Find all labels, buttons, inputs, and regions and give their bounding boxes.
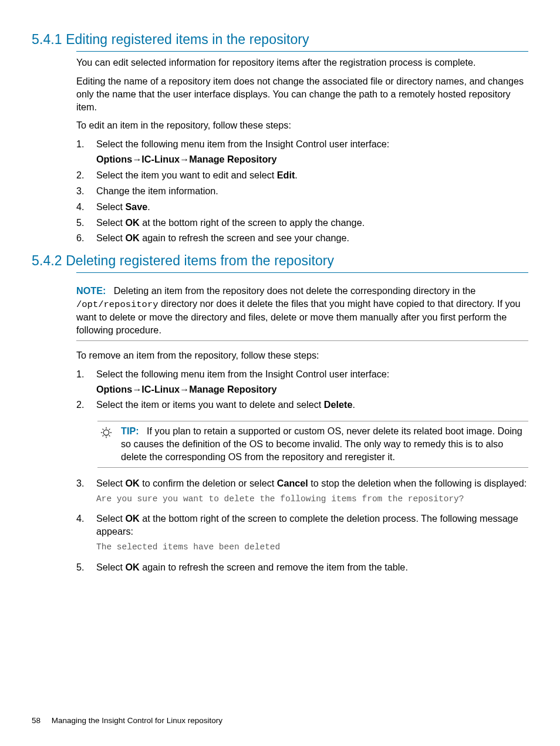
paragraph: Editing the name of a repository item do… [76, 75, 528, 114]
step-item: 2. Select the item you want to edit and … [76, 169, 528, 182]
menu-path: Options→IC-Linux→Manage Repository [96, 383, 528, 396]
ordered-steps: 3. Select OK to confirm the deletion or … [76, 477, 528, 574]
footer-title: Managing the Insight Control for Linux r… [52, 716, 222, 725]
svg-line-8 [109, 429, 110, 430]
page-number: 58 [32, 716, 49, 725]
menu-path: Options→IC-Linux→Manage Repository [96, 153, 528, 166]
note-label: NOTE: [76, 285, 106, 296]
step-text: Select Save. [96, 201, 528, 214]
step-text: Select OK again to refresh the screen an… [96, 561, 528, 574]
step-item: 5. Select OK again to refresh the screen… [76, 561, 528, 574]
note-callout: NOTE: Deleting an item from the reposito… [76, 278, 528, 345]
heading-rule [76, 272, 528, 273]
heading-rule [76, 51, 528, 52]
section-542-body: To remove an item from the repository, f… [76, 349, 528, 411]
step-text: Select OK at the bottom right of the scr… [96, 512, 528, 558]
step-number: 3. [76, 185, 96, 198]
tip-row: TIP: If you plan to retain a supported o… [100, 421, 528, 467]
arrow-icon: → [180, 154, 189, 164]
step-number: 1. [76, 138, 96, 166]
code-output: The selected items have been deleted [96, 542, 528, 553]
step-item: 1. Select the following menu item from t… [76, 138, 528, 166]
step-item: 6. Select OK again to refresh the screen… [76, 232, 528, 245]
step-item: 5. Select OK at the bottom right of the … [76, 217, 528, 229]
paragraph: To remove an item from the repository, f… [76, 349, 528, 362]
step-item: 2. Select the item or items you want to … [76, 399, 528, 411]
step-item: 4. Select OK at the bottom right of the … [76, 512, 528, 558]
tip-icon [100, 425, 121, 464]
svg-line-6 [109, 436, 110, 437]
step-item: 3. Change the item information. [76, 185, 528, 198]
step-number: 3. [76, 477, 96, 509]
code-output: Are you sure you want to delete the foll… [96, 494, 528, 505]
section-542-body-cont: 3. Select OK to confirm the deletion or … [76, 477, 528, 574]
document-page: 5.4.1 Editing registered items in the re… [0, 0, 560, 746]
step-text: Select the following menu item from the … [96, 138, 528, 166]
code-path: /opt/repository [76, 299, 158, 310]
callout-rule [76, 340, 528, 341]
step-number: 4. [76, 512, 96, 558]
tip-content: TIP: If you plan to retain a supported o… [121, 425, 528, 464]
tip-label: TIP: [121, 426, 139, 436]
callout-rule [97, 467, 528, 468]
step-text: Select the following menu item from the … [96, 368, 528, 396]
step-text: Select the item or items you want to del… [96, 399, 528, 411]
step-number: 5. [76, 217, 96, 229]
ordered-steps: 1. Select the following menu item from t… [76, 138, 528, 245]
step-number: 5. [76, 561, 96, 574]
tip-callout: TIP: If you plan to retain a supported o… [76, 417, 528, 471]
note-content: NOTE: Deleting an item from the reposito… [76, 281, 528, 340]
section-heading-541: 5.4.1 Editing registered items in the re… [32, 32, 528, 48]
paragraph: To edit an item in the repository, follo… [76, 119, 528, 132]
step-item: 3. Select OK to confirm the deletion or … [76, 477, 528, 509]
step-item: 1. Select the following menu item from t… [76, 368, 528, 396]
section-heading-542: 5.4.2 Deleting registered items from the… [32, 253, 528, 269]
step-text: Select OK again to refresh the screen an… [96, 232, 528, 245]
step-text: Select the item you want to edit and sel… [96, 169, 528, 182]
step-number: 1. [76, 368, 96, 396]
svg-line-5 [103, 429, 104, 430]
svg-line-7 [103, 436, 104, 437]
step-text: Select OK at the bottom right of the scr… [96, 217, 528, 229]
step-number: 2. [76, 169, 96, 182]
section-541-body: You can edit selected information for re… [76, 56, 528, 245]
svg-point-0 [103, 430, 109, 436]
step-item: 4. Select Save. [76, 201, 528, 214]
arrow-icon: → [132, 384, 141, 394]
arrow-icon: → [180, 384, 189, 394]
paragraph: You can edit selected information for re… [76, 56, 528, 69]
step-number: 4. [76, 201, 96, 214]
arrow-icon: → [132, 154, 141, 164]
page-footer: 58 Managing the Insight Control for Linu… [32, 716, 222, 725]
step-text: Change the item information. [96, 185, 528, 198]
step-text: Select OK to confirm the deletion or sel… [96, 477, 528, 509]
step-number: 6. [76, 232, 96, 245]
step-number: 2. [76, 399, 96, 411]
ordered-steps: 1. Select the following menu item from t… [76, 368, 528, 412]
